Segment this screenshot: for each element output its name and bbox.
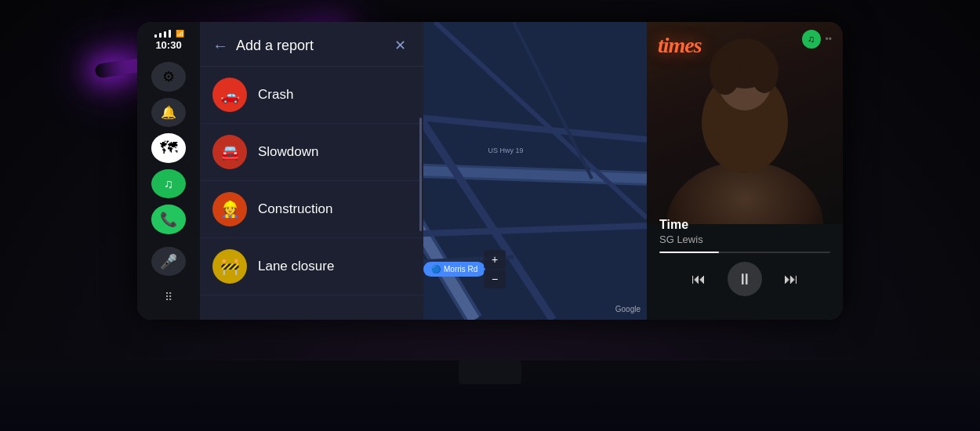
report-item-slowdown[interactable]: 🚘 Slowdown bbox=[200, 124, 423, 181]
crash-label: Crash bbox=[258, 87, 293, 103]
close-button[interactable]: ✕ bbox=[389, 34, 411, 56]
back-button[interactable]: ← bbox=[212, 37, 228, 55]
zoom-in-button[interactable]: + bbox=[484, 250, 506, 269]
zoom-out-button[interactable]: − bbox=[484, 270, 506, 288]
music-controls: ⏮ ⏸ ⏭ bbox=[647, 262, 843, 296]
progress-bar bbox=[659, 252, 830, 253]
location-icon: 🔵 bbox=[431, 265, 441, 273]
svg-point-20 bbox=[750, 49, 779, 93]
song-title: Time bbox=[659, 218, 830, 232]
more-options-icon[interactable]: •• bbox=[826, 34, 832, 45]
google-watermark: Google bbox=[615, 305, 641, 313]
spotify-logo: ♫ bbox=[802, 30, 821, 49]
crash-icon: 🚗 bbox=[212, 78, 247, 112]
report-list: 🚗 Crash 🚘 Slowdown 👷 Construction bbox=[200, 67, 423, 320]
lane-closure-icon: 🚧 bbox=[212, 249, 247, 284]
apps-button[interactable]: ⠿ bbox=[151, 282, 186, 312]
report-header: ← Add a report ✕ bbox=[200, 22, 423, 67]
main-screen: 📶 10:30 ⚙ 🔔 🗺 ♫ 📞 🎤 ⠿ bbox=[137, 22, 843, 320]
next-button[interactable]: ⏭ bbox=[784, 271, 798, 288]
construction-label: Construction bbox=[258, 201, 332, 217]
music-info: Time SG Lewis bbox=[647, 218, 843, 253]
spotify-top-bar: ♫ •• bbox=[802, 30, 832, 49]
progress-fill bbox=[659, 252, 719, 253]
report-panel: ← Add a report ✕ 🚗 Crash 🚘 Slowdown bbox=[200, 22, 423, 320]
mic-button[interactable]: 🎤 bbox=[151, 247, 186, 277]
song-artist: SG Lewis bbox=[659, 234, 830, 245]
slowdown-label: Slowdown bbox=[258, 144, 319, 160]
settings-button[interactable]: ⚙ bbox=[151, 62, 186, 92]
play-pause-button[interactable]: ⏸ bbox=[728, 262, 762, 296]
time-display: 10:30 bbox=[154, 39, 184, 51]
gear-icon: ⚙ bbox=[162, 68, 175, 85]
album-art: times bbox=[647, 22, 843, 224]
maps-icon: 🗺 bbox=[160, 138, 177, 158]
sound-button[interactable]: 🔔 bbox=[151, 98, 186, 128]
spotify-button[interactable]: ♫ bbox=[151, 169, 186, 199]
report-item-lane-closure[interactable]: 🚧 Lane closure bbox=[200, 238, 423, 295]
slowdown-icon: 🚘 bbox=[212, 135, 247, 169]
grid-icon: ⠿ bbox=[165, 291, 172, 303]
music-panel: times ♫ •• Time SG Lewis ⏮ ⏸ ⏭ bbox=[647, 22, 843, 320]
lane-closure-label: Lane closure bbox=[258, 259, 334, 274]
sidebar: 📶 10:30 ⚙ 🔔 🗺 ♫ 📞 🎤 ⠿ bbox=[137, 22, 200, 320]
mic-icon: 🎤 bbox=[160, 253, 177, 270]
report-item-crash[interactable]: 🚗 Crash bbox=[200, 67, 423, 124]
prev-button[interactable]: ⏮ bbox=[691, 271, 706, 288]
map-controls: + − bbox=[484, 250, 506, 288]
report-title: Add a report bbox=[236, 38, 381, 54]
construction-icon: 👷 bbox=[212, 192, 247, 226]
spotify-icon: ♫ bbox=[164, 177, 173, 191]
scroll-indicator bbox=[419, 118, 422, 231]
dashboard-area bbox=[0, 360, 980, 431]
phone-button[interactable]: 📞 bbox=[151, 205, 186, 234]
center-vent bbox=[459, 360, 521, 384]
svg-text:US Hwy 19: US Hwy 19 bbox=[488, 147, 523, 154]
album-title: times bbox=[658, 33, 702, 58]
phone-icon: 📞 bbox=[160, 211, 177, 228]
maps-button[interactable]: 🗺 bbox=[151, 133, 186, 163]
svg-point-19 bbox=[710, 48, 741, 95]
morris-rd-label: 🔵 Morris Rd bbox=[423, 262, 485, 277]
report-item-construction[interactable]: 👷 Construction bbox=[200, 181, 423, 238]
sound-icon: 🔔 bbox=[161, 105, 176, 120]
